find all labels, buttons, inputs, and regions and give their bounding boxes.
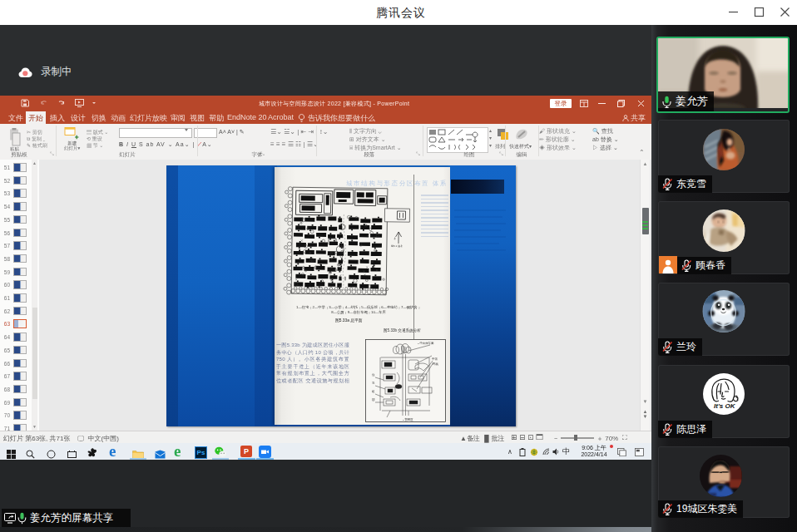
svg-text:北: 北	[394, 237, 396, 240]
svg-text:图5.1 指北: 图5.1 指北	[391, 244, 403, 248]
svg-text:It's OK: It's OK	[714, 402, 736, 410]
svg-text:中转: 中转	[432, 357, 438, 361]
svg-text:←贸易区: ←贸易区	[402, 417, 413, 421]
svg-text:环线: 环线	[433, 362, 438, 366]
svg-text:←中央候车廊: ←中央候车廊	[417, 342, 434, 345]
